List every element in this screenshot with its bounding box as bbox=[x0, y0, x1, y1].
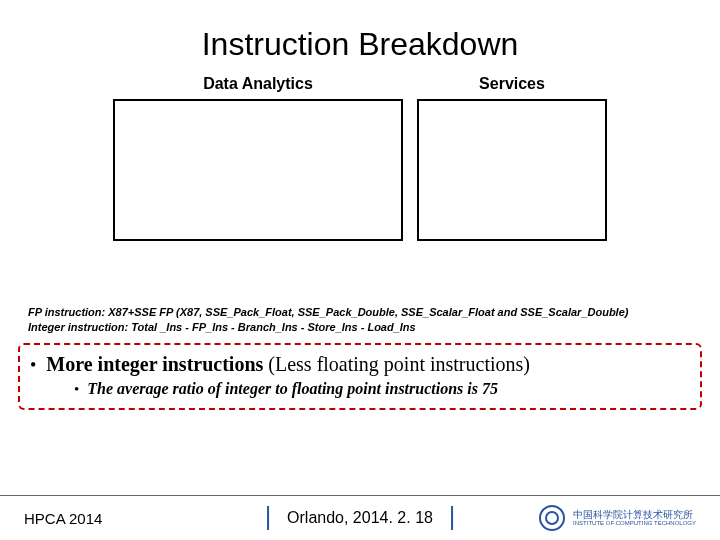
org-name-cn: 中国科学院计算技术研究所 bbox=[573, 509, 696, 520]
org-text: 中国科学院计算技术研究所 INSTITUTE OF COMPUTING TECH… bbox=[573, 509, 696, 527]
footer: HPCA 2014 Orlando, 2014. 2. 18 中国科学院计算技术… bbox=[0, 496, 720, 540]
definition-notes: FP instruction: X87+SSE FP (X87, SSE_Pac… bbox=[28, 305, 692, 335]
bullet-sub: • The average ratio of integer to floati… bbox=[74, 380, 690, 398]
footer-conference: HPCA 2014 bbox=[24, 510, 102, 527]
bullet-main-text: More integer instructions (Less floating… bbox=[46, 353, 530, 376]
chart-right-column: Services bbox=[417, 75, 607, 241]
bullet-dot-icon: • bbox=[30, 356, 36, 374]
chart-left-column: Data Analytics bbox=[113, 75, 403, 241]
slide-title: Instruction Breakdown bbox=[0, 26, 720, 63]
footer-org: 中国科学院计算技术研究所 INSTITUTE OF COMPUTING TECH… bbox=[539, 505, 696, 531]
note-fp-instruction: FP instruction: X87+SSE FP (X87, SSE_Pac… bbox=[28, 305, 692, 320]
bullet-sub-dot-icon: • bbox=[74, 381, 79, 398]
bullet-sub-text: The average ratio of integer to floating… bbox=[87, 380, 498, 398]
footer-center-group: Orlando, 2014. 2. 18 bbox=[267, 506, 453, 530]
bullet-main: • More integer instructions (Less floati… bbox=[30, 353, 690, 376]
charts-row: Data Analytics Services bbox=[0, 75, 720, 241]
highlight-box: • More integer instructions (Less floati… bbox=[18, 343, 702, 410]
bullet-main-bold: More integer instructions bbox=[46, 353, 263, 375]
chart-left-box bbox=[113, 99, 403, 241]
chart-right-label: Services bbox=[479, 75, 545, 93]
org-name-en: INSTITUTE OF COMPUTING TECHNOLOGY bbox=[573, 520, 696, 527]
vertical-divider-icon bbox=[267, 506, 269, 530]
chart-right-box bbox=[417, 99, 607, 241]
bullet-main-rest: (Less floating point instructions) bbox=[263, 353, 530, 375]
footer-location-date: Orlando, 2014. 2. 18 bbox=[287, 509, 433, 527]
vertical-divider-icon bbox=[451, 506, 453, 530]
chart-left-label: Data Analytics bbox=[203, 75, 313, 93]
note-integer-instruction: Integer instruction: Total _Ins - FP_Ins… bbox=[28, 320, 692, 335]
org-logo-icon bbox=[539, 505, 565, 531]
